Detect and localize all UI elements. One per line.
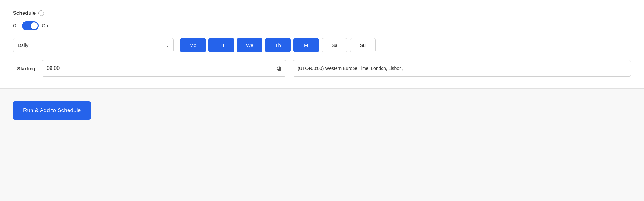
toggle-on-label: On <box>42 23 48 28</box>
days-group: Mo Tu We Th Fr Sa Su <box>180 38 376 52</box>
day-button-th[interactable]: Th <box>265 38 291 52</box>
toggle-off-label: Off <box>13 23 19 28</box>
time-input[interactable] <box>42 60 286 77</box>
starting-row: Starting ◕ (UTC+00:00) Western Europe Ti… <box>13 60 631 77</box>
controls-row: Daily Weekly Monthly ⌄ Mo Tu We Th Fr Sa… <box>13 38 631 52</box>
toggle-thumb <box>31 22 38 29</box>
toggle-row: Off On <box>13 21 631 30</box>
day-button-su[interactable]: Su <box>350 38 376 52</box>
day-button-we[interactable]: We <box>237 38 262 52</box>
day-button-tu[interactable]: Tu <box>208 38 234 52</box>
run-add-to-schedule-button[interactable]: Run & Add to Schedule <box>13 101 91 120</box>
schedule-title: Schedule <box>13 10 36 16</box>
schedule-header: Schedule i <box>13 10 631 16</box>
starting-label: Starting <box>13 66 35 71</box>
info-icon[interactable]: i <box>38 10 44 16</box>
day-button-sa[interactable]: Sa <box>322 38 347 52</box>
frequency-select[interactable]: Daily Weekly Monthly <box>13 38 174 52</box>
day-button-mo[interactable]: Mo <box>180 38 206 52</box>
schedule-toggle[interactable] <box>22 21 39 30</box>
day-button-fr[interactable]: Fr <box>293 38 319 52</box>
schedule-section: Schedule i Off On Daily Weekly Monthly ⌄… <box>0 0 644 89</box>
timezone-display[interactable]: (UTC+00:00) Western Europe Time, London,… <box>293 60 631 77</box>
frequency-select-wrapper: Daily Weekly Monthly ⌄ <box>13 38 174 52</box>
time-input-wrapper: ◕ <box>42 60 286 77</box>
bottom-section: Run & Add to Schedule <box>0 89 644 201</box>
toggle-track <box>22 21 39 30</box>
